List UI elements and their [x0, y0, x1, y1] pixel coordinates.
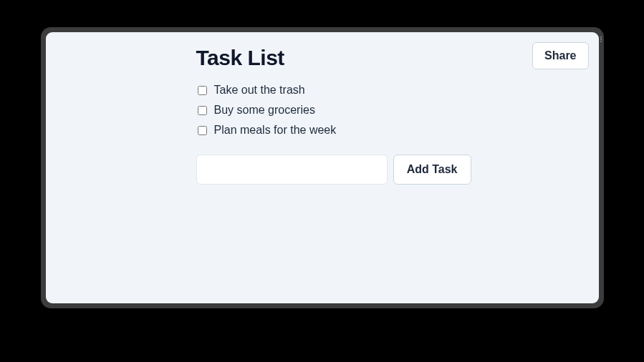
share-button[interactable]: Share — [532, 42, 588, 69]
add-task-button[interactable]: Add Task — [393, 155, 471, 185]
task-checkbox[interactable] — [198, 126, 207, 135]
add-task-row: Add Task — [196, 155, 471, 185]
window-frame: Share Task List Take out the trash Buy s… — [41, 27, 604, 308]
task-label: Take out the trash — [214, 84, 305, 97]
window-handle-icon — [600, 36, 602, 42]
app-panel: Share Task List Take out the trash Buy s… — [46, 32, 599, 303]
task-list: Take out the trash Buy some groceries Pl… — [196, 80, 471, 140]
main-content: Task List Take out the trash Buy some gr… — [196, 46, 471, 185]
page-title: Task List — [196, 46, 471, 70]
task-label: Buy some groceries — [214, 104, 315, 117]
task-item: Plan meals for the week — [196, 120, 471, 140]
task-label: Plan meals for the week — [214, 124, 337, 137]
task-item: Take out the trash — [196, 80, 471, 100]
new-task-input[interactable] — [196, 155, 388, 185]
task-checkbox[interactable] — [198, 86, 207, 95]
task-item: Buy some groceries — [196, 100, 471, 120]
task-checkbox[interactable] — [198, 106, 207, 115]
